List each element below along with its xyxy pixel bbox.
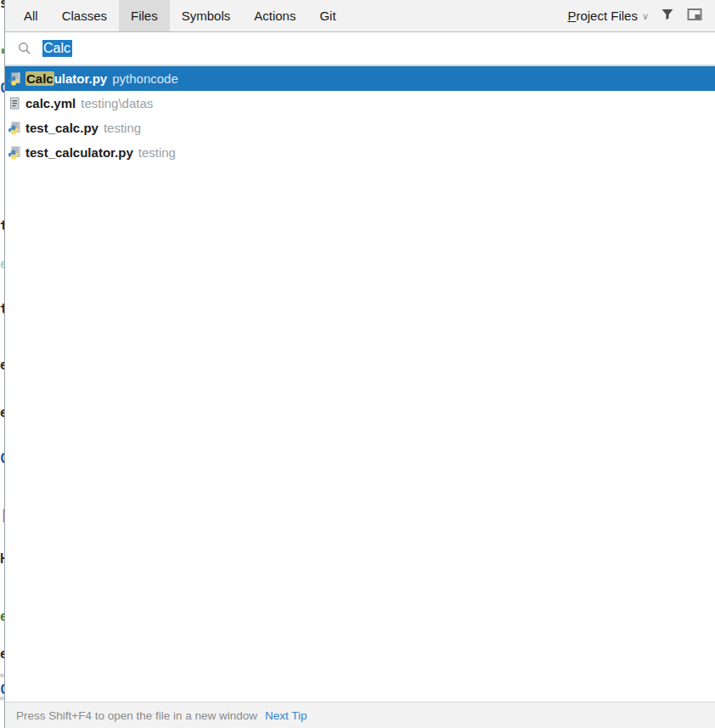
tab-all[interactable]: All (12, 0, 50, 31)
result-row[interactable]: calc.ymltesting\datas (5, 91, 715, 116)
chevron-down-icon: ∨ (642, 11, 649, 22)
result-file-name: test_calculator.py (25, 145, 133, 160)
result-file-name: calc.yml (25, 96, 76, 110)
pin-window-button[interactable] (686, 8, 703, 25)
search-input[interactable]: Calc (42, 39, 715, 58)
search-query-selected-text: Calc (42, 40, 72, 57)
result-row[interactable]: test_calc.pytesting (5, 116, 715, 140)
result-file-location: pythoncode (112, 71, 178, 86)
result-file-location: testing (104, 121, 141, 135)
result-row[interactable]: Calculator.pypythoncode (5, 66, 715, 91)
search-icon (18, 42, 31, 55)
toolbar-right: Project Files ∨ (567, 0, 715, 31)
tab-git[interactable]: Git (307, 0, 347, 31)
result-list: Calculator.pypythoncode calc.ymltesting\… (5, 66, 715, 165)
python-file-icon (8, 72, 21, 86)
tab-files[interactable]: Files (119, 0, 170, 31)
yaml-file-icon (8, 97, 21, 110)
scope-selector[interactable]: Project Files ∨ (567, 8, 649, 23)
footer-hint-text: Press Shift+F4 to open the file in a new… (16, 709, 257, 722)
result-row[interactable]: test_calculator.pytesting (5, 140, 715, 165)
pin-window-icon (687, 8, 702, 24)
filter-funnel-icon (661, 8, 674, 24)
tab-actions[interactable]: Actions (242, 0, 307, 31)
python-file-icon (8, 121, 21, 135)
result-file-location: testing\datas (81, 96, 153, 110)
result-file-location: testing (138, 145, 176, 160)
popup-empty-area (5, 165, 715, 702)
search-row: Calc (5, 32, 715, 66)
result-file-name: Calculator.py (25, 71, 107, 86)
match-highlight: Calc (25, 71, 54, 86)
tab-list: AllClassesFilesSymbolsActionsGit (5, 0, 348, 31)
python-file-icon (8, 146, 21, 160)
tab-symbols[interactable]: Symbols (170, 0, 243, 31)
footer-hint-bar: Press Shift+F4 to open the file in a new… (5, 702, 715, 728)
search-everywhere-popup: AllClassesFilesSymbolsActionsGit Project… (4, 0, 715, 728)
search-everywhere-screenshot: s▪CteteeC|HeeC▬▬ AllClassesFilesSymbolsA… (0, 0, 715, 728)
search-tab-bar: AllClassesFilesSymbolsActionsGit Project… (5, 0, 715, 32)
scope-label: Project Files (567, 8, 638, 23)
filter-button[interactable] (659, 8, 676, 25)
tab-classes[interactable]: Classes (50, 0, 119, 31)
result-file-name: test_calc.py (25, 121, 99, 135)
next-tip-link[interactable]: Next Tip (265, 709, 307, 722)
